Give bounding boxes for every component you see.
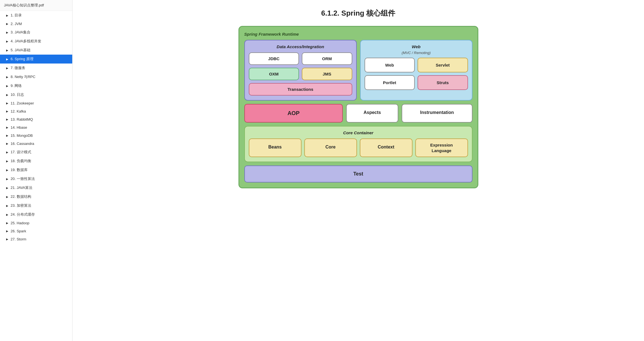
sidebar-item-16[interactable]: ▶17. 设计模式 [0,148,72,157]
sidebar-item-label-14: 15. MongoDB [11,133,33,138]
sidebar-title: JAVA核心知识点整理.pdf [0,0,72,11]
arrow-icon-17: ▶ [6,160,8,163]
sidebar-item-21[interactable]: ▶22. 数据结构 [0,192,72,201]
beans-box: Beans [249,138,302,157]
arrow-icon-16: ▶ [6,151,8,154]
core-container-title: Core Container [249,130,468,135]
instrumentation-box: Instrumentation [402,104,472,123]
page-title: 6.1.2. Spring 核心组件 [84,8,633,18]
sidebar-item-11[interactable]: ▶12. Kafka [0,107,72,115]
sidebar-item-label-19: 20. 一致性算法 [11,176,35,181]
main-content: 6.1.2. Spring 核心组件 Spring Framework Runt… [73,0,644,341]
da-grid: JDBC ORM OXM JMS [249,52,352,80]
sidebar-item-4[interactable]: ▶5. JAVA基础 [0,46,72,55]
arrow-icon-19: ▶ [6,177,8,181]
sidebar-item-label-12: 13. RabbitMQ [11,117,33,121]
sidebar-item-15[interactable]: ▶16. Cassandra [0,140,72,148]
test-box: Test [244,165,472,182]
sidebar-item-6[interactable]: ▶7. 微服务 [0,64,72,72]
context-box: Context [360,138,413,157]
sidebar-item-18[interactable]: ▶19. 数据库 [0,165,72,174]
sidebar-item-label-1: 2. JVM [11,22,22,26]
arrow-icon-8: ▶ [6,84,8,87]
arrow-icon-0: ▶ [6,14,8,17]
arrow-icon-2: ▶ [6,31,8,34]
arrow-icon-13: ▶ [6,126,8,129]
arrow-icon-21: ▶ [6,195,8,198]
sidebar-item-label-13: 14. Hbase [11,125,27,130]
web-item-struts: Struts [418,75,468,90]
spring-runtime-diagram: Spring Framework Runtime Data Access/Int… [238,26,478,188]
sidebar-item-label-8: 9. 网络 [11,83,22,88]
core-container-box: Core Container Beans Core Context Expres… [244,126,472,162]
sidebar-item-10[interactable]: ▶11. Zookeeper [0,99,72,107]
sidebar-item-13[interactable]: ▶14. Hbase [0,123,72,131]
sidebar-item-label-4: 5. JAVA基础 [11,48,30,53]
arrow-icon-15: ▶ [6,142,8,145]
sidebar-item-26[interactable]: ▶27. Storm [0,235,72,243]
web-item-portlet: Portlet [365,75,415,90]
core-grid: Beans Core Context ExpressionLanguage [249,138,468,157]
arrow-icon-25: ▶ [6,230,8,233]
sidebar: JAVA核心知识点整理.pdf ▶1. 目录▶2. JVM▶3. JAVA集合▶… [0,0,73,341]
web-item-web: Web [365,58,415,72]
arrow-icon-14: ▶ [6,134,8,137]
sidebar-item-14[interactable]: ▶15. MongoDB [0,131,72,140]
sidebar-item-label-26: 27. Storm [11,237,26,241]
top-row: Data Access/Integration JDBC ORM OXM JMS… [244,40,472,101]
sidebar-item-8[interactable]: ▶9. 网络 [0,81,72,90]
sidebar-item-7[interactable]: ▶8. Netty 与RPC [0,72,72,81]
sidebar-item-label-21: 22. 数据结构 [11,194,31,199]
sidebar-item-0[interactable]: ▶1. 目录 [0,11,72,20]
core-box: Core [304,138,357,157]
sidebar-item-1[interactable]: ▶2. JVM [0,20,72,28]
arrow-icon-9: ▶ [6,93,8,96]
web-title: Web [365,44,468,49]
arrow-icon-12: ▶ [6,118,8,121]
sidebar-item-label-2: 3. JAVA集合 [11,30,30,35]
jdbc-box: JDBC [249,52,299,65]
arrow-icon-23: ▶ [6,213,8,216]
sidebar-item-2[interactable]: ▶3. JAVA集合 [0,28,72,37]
sidebar-item-24[interactable]: ▶25. Hadoop [0,219,72,227]
sidebar-item-9[interactable]: ▶10. 日志 [0,90,72,99]
sidebar-item-17[interactable]: ▶18. 负载均衡 [0,157,72,165]
arrow-icon-11: ▶ [6,110,8,113]
sidebar-item-19[interactable]: ▶20. 一致性算法 [0,174,72,183]
sidebar-item-label-25: 26. Spark [11,229,26,233]
sidebar-item-label-7: 8. Netty 与RPC [11,74,35,79]
aspects-box: Aspects [346,104,398,123]
orm-box: ORM [302,52,352,65]
sidebar-item-label-20: 21. JAVA算法 [11,185,32,190]
sidebar-item-label-23: 24. 分布式缓存 [11,212,35,217]
web-box: Web (MVC / Remoting) Web Servlet Portlet… [360,40,472,101]
sidebar-item-label-24: 25. Hadoop [11,221,29,225]
web-item-servlet: Servlet [418,58,468,72]
data-access-title: Data Access/Integration [249,44,352,49]
sidebar-item-12[interactable]: ▶13. RabbitMQ [0,115,72,123]
sidebar-item-label-6: 7. 微服务 [11,65,25,70]
sidebar-item-23[interactable]: ▶24. 分布式缓存 [0,210,72,219]
sidebar-item-20[interactable]: ▶21. JAVA算法 [0,183,72,192]
arrow-icon-10: ▶ [6,102,8,105]
sidebar-item-label-17: 18. 负载均衡 [11,159,31,164]
sidebar-item-22[interactable]: ▶23. 加密算法 [0,201,72,210]
arrow-icon-18: ▶ [6,169,8,172]
sidebar-item-label-15: 16. Cassandra [11,142,34,146]
sidebar-item-label-0: 1. 目录 [11,13,22,18]
sidebar-item-label-3: 4. JAVA多线程并发 [11,39,41,44]
arrow-icon-1: ▶ [6,22,8,25]
sidebar-item-25[interactable]: ▶26. Spark [0,227,72,235]
sidebar-item-label-9: 10. 日志 [11,92,24,97]
web-subtitle: (MVC / Remoting) [365,51,468,55]
data-access-box: Data Access/Integration JDBC ORM OXM JMS… [244,40,357,101]
sidebar-item-5[interactable]: ▶6. Spring 原理 [0,55,72,64]
sidebar-item-label-16: 17. 设计模式 [11,150,31,155]
sidebar-item-label-22: 23. 加密算法 [11,203,31,208]
arrow-icon-26: ▶ [6,238,8,241]
web-grid: Web Servlet Portlet Struts [365,58,468,90]
arrow-icon-24: ▶ [6,221,8,225]
aop-row: AOP Aspects Instrumentation [244,104,472,123]
sidebar-item-3[interactable]: ▶4. JAVA多线程并发 [0,37,72,46]
jms-box: JMS [302,68,352,80]
